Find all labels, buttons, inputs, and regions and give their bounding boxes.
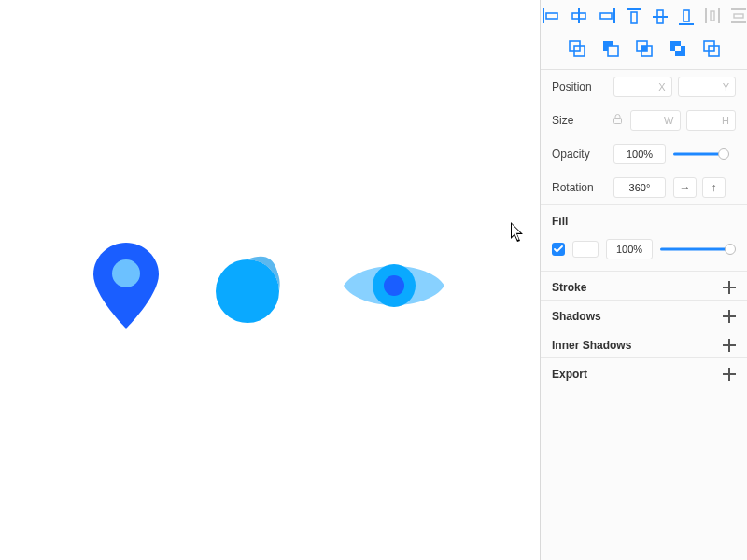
shadows-section-header[interactable]: Shadows	[541, 300, 747, 329]
svg-rect-12	[653, 16, 668, 18]
svg-rect-31	[675, 46, 681, 51]
svg-point-1	[216, 259, 279, 323]
add-shadow-button[interactable]	[723, 310, 736, 323]
size-h-field[interactable]: H	[686, 110, 737, 131]
svg-point-3	[384, 275, 404, 296]
opacity-label: Opacity	[552, 147, 606, 161]
position-x-field[interactable]: X	[613, 77, 672, 97]
svg-rect-10	[627, 8, 641, 10]
fill-opacity-field[interactable]: 100%	[606, 239, 653, 259]
inner-shadows-section-label: Inner Shadows	[552, 339, 631, 352]
svg-rect-34	[614, 119, 622, 124]
align-left-icon[interactable]	[539, 6, 563, 28]
align-bottom-icon[interactable]	[675, 6, 698, 28]
stroke-section-header[interactable]: Stroke	[541, 271, 747, 300]
fill-section-header: Fill	[541, 204, 747, 233]
align-v-center-icon[interactable]	[649, 6, 671, 28]
fill-row: 100%	[541, 233, 747, 271]
bool-subtract-icon[interactable]	[599, 37, 623, 60]
lock-icon[interactable]	[613, 114, 623, 127]
svg-rect-25	[608, 46, 618, 56]
flip-vertical-button[interactable]: ↑	[702, 177, 726, 198]
align-top-icon[interactable]	[623, 6, 645, 28]
svg-rect-6	[578, 8, 580, 23]
boolean-ops-toolbar	[541, 34, 747, 70]
size-row: Size W H	[541, 104, 747, 137]
export-section-header[interactable]: Export	[541, 357, 747, 386]
svg-rect-17	[718, 8, 720, 23]
opacity-row: Opacity 100%	[541, 137, 747, 171]
opacity-slider[interactable]	[673, 144, 726, 164]
rotation-label: Rotation	[552, 181, 606, 194]
svg-rect-15	[684, 10, 689, 21]
fill-section-label: Fill	[552, 215, 568, 228]
position-label: Position	[552, 80, 606, 93]
fill-enabled-checkbox[interactable]	[552, 243, 565, 256]
eye-icon[interactable]	[344, 256, 444, 315]
add-inner-shadow-button[interactable]	[723, 339, 736, 352]
pin-icon[interactable]	[93, 243, 159, 329]
position-y-field[interactable]: Y	[678, 77, 737, 97]
svg-rect-28	[641, 46, 647, 51]
bool-intersect-icon[interactable]	[632, 37, 656, 60]
cursor-icon	[511, 222, 526, 243]
inspector-panel: Position X Y Size W H Opacity 100% Rotat…	[540, 0, 747, 560]
bool-flatten-icon[interactable]	[699, 37, 724, 60]
svg-rect-20	[731, 21, 746, 23]
svg-rect-16	[705, 8, 707, 23]
distribute-h-icon[interactable]	[701, 6, 724, 28]
position-row: Position X Y	[541, 70, 747, 104]
svg-rect-14	[679, 23, 694, 25]
svg-rect-11	[631, 12, 637, 23]
svg-rect-8	[613, 8, 615, 23]
export-section-label: Export	[552, 368, 587, 381]
rotation-row: Rotation 360° → ↑	[541, 171, 747, 204]
artwork-row	[93, 243, 444, 329]
inner-shadows-section-header[interactable]: Inner Shadows	[541, 329, 747, 357]
fill-opacity-slider[interactable]	[660, 239, 736, 259]
align-right-icon[interactable]	[595, 6, 619, 28]
svg-rect-21	[734, 14, 743, 18]
alignment-toolbar	[541, 0, 747, 34]
shadows-section-label: Shadows	[552, 310, 601, 323]
rotation-field[interactable]: 360°	[613, 177, 666, 198]
opacity-field[interactable]: 100%	[613, 144, 666, 164]
drop-icon[interactable]	[210, 245, 292, 327]
svg-rect-9	[600, 13, 612, 19]
add-export-button[interactable]	[723, 368, 736, 381]
svg-rect-18	[711, 11, 714, 21]
add-stroke-button[interactable]	[723, 281, 736, 294]
svg-rect-5	[546, 13, 557, 19]
align-h-center-icon[interactable]	[567, 6, 591, 28]
bool-union-icon[interactable]	[565, 37, 589, 60]
stroke-section-label: Stroke	[552, 281, 586, 294]
fill-color-swatch[interactable]	[572, 241, 599, 258]
distribute-v-icon[interactable]	[727, 6, 748, 28]
svg-rect-4	[543, 8, 544, 23]
svg-point-0	[112, 259, 140, 287]
svg-rect-19	[731, 8, 746, 10]
flip-horizontal-button[interactable]: →	[673, 177, 697, 198]
size-label: Size	[552, 114, 606, 127]
canvas[interactable]	[0, 0, 540, 560]
size-w-field[interactable]: W	[630, 110, 681, 131]
bool-difference-icon[interactable]	[666, 37, 690, 60]
